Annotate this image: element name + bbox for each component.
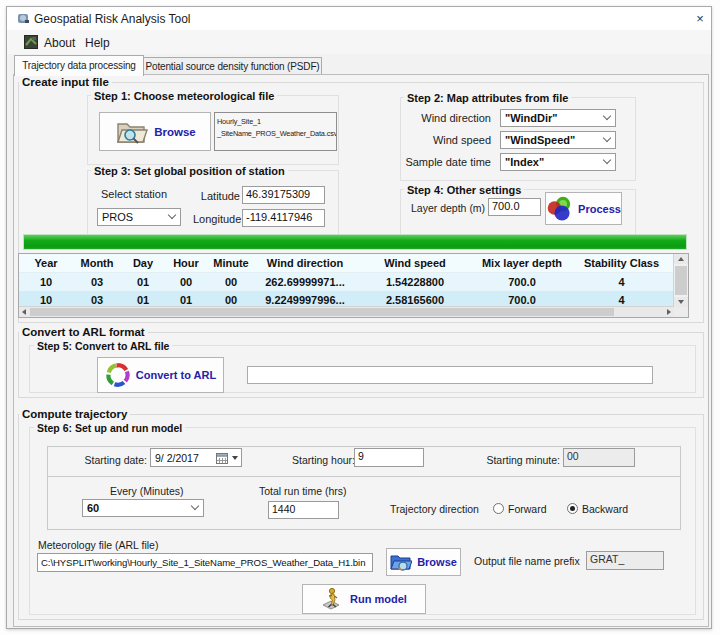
tab-strip: Trajectory data processing Potential sou…: [7, 54, 711, 75]
step1-browse-label: Browse: [154, 126, 196, 138]
menu-bar: About Help: [7, 30, 711, 54]
hscroll-thumb[interactable]: [30, 308, 614, 316]
compute-trajectory-label: Compute trajectory: [19, 408, 130, 420]
import-progress-fill: [24, 235, 686, 249]
starting-minute-input[interactable]: 00: [563, 448, 635, 467]
grid-horizontal-scrollbar[interactable]: [19, 306, 674, 317]
col-mix-layer-depth[interactable]: Mix layer depth: [475, 257, 569, 269]
app-window: Geospatial Risk Analysis Tool × About He…: [6, 6, 712, 629]
output-prefix-input[interactable]: GRAT_: [586, 551, 664, 570]
col-day[interactable]: Day: [121, 257, 165, 269]
scroll-down-button[interactable]: [674, 297, 688, 307]
starting-date-value: 9/ 2/2017: [155, 452, 199, 464]
station-select[interactable]: PROS: [97, 208, 181, 226]
col-hour[interactable]: Hour: [165, 257, 207, 269]
convert-arl-button-label: Convert to ARL: [136, 369, 216, 381]
menu-app-icon: [24, 35, 38, 49]
col-year[interactable]: Year: [19, 257, 73, 269]
vscroll-thumb[interactable]: [675, 266, 687, 295]
starting-date-label: Starting date:: [75, 454, 147, 466]
met-browse-button[interactable]: Browse: [386, 548, 461, 576]
wind-speed-label: Wind speed: [403, 134, 491, 146]
starting-minute-label: Starting minute:: [485, 454, 560, 466]
col-wind-direction[interactable]: Wind direction: [255, 257, 355, 269]
grid-vertical-scrollbar[interactable]: [673, 254, 688, 307]
step4-title: Step 4: Other settings: [404, 184, 524, 196]
process-button[interactable]: Process: [545, 192, 622, 225]
run-model-label: Run model: [350, 593, 407, 605]
station-value: PROS: [102, 211, 133, 223]
col-minute[interactable]: Minute: [207, 257, 255, 269]
close-button[interactable]: ×: [691, 10, 709, 27]
file-line-1: Hourly_Site_1: [217, 116, 335, 128]
wind-direction-chevron-icon: [604, 113, 611, 120]
wind-direction-select[interactable]: "WindDir": [500, 109, 616, 127]
cell: 03: [73, 294, 121, 306]
layer-depth-input[interactable]: 700.0: [488, 198, 541, 216]
met-file-input[interactable]: C:\HYSPLIT\working\Hourly_Site_1_SiteNam…: [37, 553, 373, 572]
wind-speed-select[interactable]: "WindSpeed": [500, 131, 616, 149]
every-minutes-label: Every (Minutes): [110, 485, 184, 497]
every-minutes-select[interactable]: 60: [82, 499, 204, 517]
cell: 00: [207, 276, 255, 288]
step2-title: Step 2: Map attributes from file: [404, 92, 571, 104]
col-stability-class[interactable]: Stability Class: [569, 257, 674, 269]
step5-title: Step 5: Convert to ARL file: [34, 340, 172, 352]
scrollbar-corner: [674, 307, 688, 317]
scroll-left-button[interactable]: [19, 307, 29, 317]
step3-panel: [87, 170, 339, 239]
grid-header-row: Year Month Day Hour Minute Wind directio…: [19, 254, 674, 273]
latitude-input[interactable]: 46.39175309: [242, 186, 325, 204]
starting-date-picker[interactable]: 9/ 2/2017: [150, 448, 242, 467]
longitude-input[interactable]: -119.4117946: [242, 209, 325, 227]
grid-data-row[interactable]: 10 03 01 00 00 262.69999971... 1.5422880…: [19, 273, 674, 291]
cell: 9.2249997996...: [255, 294, 355, 306]
run-model-button[interactable]: Run model: [302, 584, 426, 614]
process-label: Process: [578, 203, 621, 215]
scroll-up-button[interactable]: [674, 254, 688, 264]
col-month[interactable]: Month: [73, 257, 121, 269]
app-icon: [17, 11, 31, 25]
step6-title: Step 6: Set up and run model: [34, 422, 185, 434]
wind-speed-chevron-icon: [604, 135, 611, 142]
sample-date-select[interactable]: "Index": [500, 153, 616, 171]
convert-arl-button[interactable]: Convert to ARL: [97, 357, 224, 393]
trajectory-direction-label: Trajectory direction: [390, 503, 479, 515]
forward-radio[interactable]: [493, 503, 504, 514]
wind-direction-label: Wind direction: [403, 112, 491, 124]
starting-hour-input[interactable]: 9: [354, 448, 424, 467]
cell: 4: [569, 276, 674, 288]
file-line-2: _SiteName_PROS_Weather_Data.csv: [217, 128, 335, 140]
station-chevron-icon: [169, 212, 176, 219]
step1-file-label: Hourly_Site_1 _SiteName_PROS_Weather_Dat…: [214, 112, 337, 151]
menu-help[interactable]: Help: [81, 35, 114, 51]
menu-about[interactable]: About: [40, 35, 79, 51]
date-dropdown-icon: [232, 456, 238, 463]
convert-arl-label: Convert to ARL format: [19, 326, 148, 338]
tab-psdf[interactable]: Potential source density function (PSDF): [144, 57, 322, 75]
scroll-up-icon: [678, 254, 684, 261]
total-run-time-label: Total run time (hrs): [259, 485, 347, 497]
select-station-label: Select station: [101, 188, 167, 200]
latitude-label: Latitude: [196, 190, 240, 202]
step1-browse-button[interactable]: Browse: [99, 112, 211, 151]
weather-data-grid: Year Month Day Hour Minute Wind directio…: [18, 253, 689, 318]
color-wheel-arrows-icon: [105, 362, 131, 388]
scroll-left-icon: [19, 309, 26, 315]
create-input-file-label: Create input file: [19, 76, 112, 88]
cell: 01: [165, 294, 207, 306]
layer-depth-label: Layer depth (m): [411, 202, 485, 214]
col-wind-speed[interactable]: Wind speed: [355, 257, 475, 269]
tab-trajectory-data-processing[interactable]: Trajectory data processing: [14, 55, 144, 76]
starting-hour-label: Starting hour:: [292, 454, 353, 466]
scroll-right-button[interactable]: [664, 307, 674, 317]
window-title: Geospatial Risk Analysis Tool: [34, 12, 191, 26]
total-run-time-input[interactable]: 1440: [268, 501, 339, 519]
step1-title: Step 1: Choose meteorological file: [91, 90, 277, 102]
convert-progress-bar: [247, 366, 653, 384]
cell: 262.69999971...: [255, 276, 355, 288]
backward-radio[interactable]: [567, 503, 578, 514]
calendar-icon: [216, 452, 228, 464]
step3-title: Step 3: Set global position of station: [91, 165, 288, 177]
output-prefix-label: Output file name prefix: [474, 555, 580, 567]
